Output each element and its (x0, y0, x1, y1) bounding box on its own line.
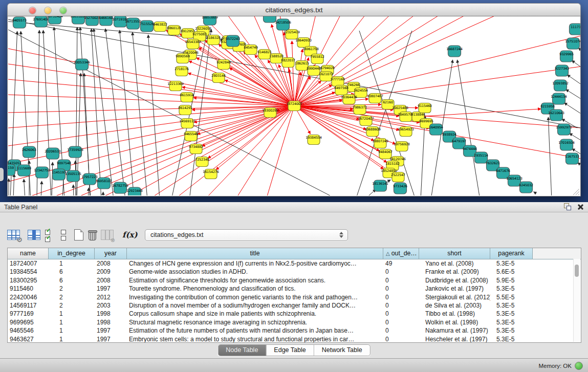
table-row[interactable]: 1938455462009Genome-wide association stu… (8, 268, 581, 276)
table-cell: Investigating the contribution of common… (127, 293, 383, 301)
table-cell: 2008 (95, 276, 127, 285)
network-node-label: 2522547 (391, 173, 405, 177)
table-cell: 1 (49, 318, 95, 326)
scrollbar-thumb[interactable] (575, 265, 579, 277)
network-graph[interactable]: 9463822886012889129532322605892750831654… (8, 16, 580, 195)
table-row[interactable]: 946362711997Embryonic stem cells: a mode… (8, 335, 581, 343)
table-cell: Structural magnetic resonance image aver… (127, 318, 383, 326)
network-node-label: 14569117 (179, 119, 195, 123)
vertical-scrollbar[interactable] (573, 259, 580, 342)
network-node-label: 16720407 (358, 117, 374, 121)
function-builder-icon[interactable]: f(x) (122, 230, 138, 239)
network-node-label: 8813054 (263, 16, 277, 17)
table-settings-icon[interactable]: ⚙ (7, 230, 20, 240)
network-node-label: 8454749 (244, 46, 258, 50)
table-cell: 0 (383, 335, 419, 343)
column-header[interactable]: short (419, 248, 490, 259)
network-edge (572, 60, 580, 72)
column-header[interactable]: name (8, 248, 49, 259)
network-edge (8, 95, 294, 106)
column-header[interactable]: in_degree (49, 248, 95, 259)
table-cell: 5.3E-5 (490, 285, 533, 293)
network-node-label: 15751074 (565, 39, 580, 43)
network-node-label: 9484067 (378, 150, 393, 154)
network-canvas[interactable]: 9463822886012889129532322605892750831654… (7, 16, 581, 196)
column-header[interactable]: △out_de… (383, 248, 419, 259)
table-cell: 9463627 (8, 335, 49, 343)
network-node-label: 6466160 (99, 16, 113, 20)
network-node-label: 9405573 (12, 18, 27, 23)
table-row[interactable]: 911546021997Tourette syndrome. Phenomeno… (8, 285, 581, 293)
close-panel-icon[interactable] (577, 204, 584, 210)
resize-grip[interactable] (578, 194, 579, 195)
network-node-label: 16154276 (203, 170, 219, 174)
table-cell: Hescheler et al. (1997) (419, 335, 490, 343)
tab-edge-table[interactable]: Edge Table (266, 345, 314, 356)
collapse-panel-handle[interactable] (0, 168, 4, 181)
network-node-label: 10688609 (364, 127, 381, 132)
column-header[interactable]: title (127, 248, 383, 259)
create-table-icon[interactable] (74, 229, 83, 240)
table-header-row: namein_degreeyeartitle△out_de…shortpager… (8, 248, 581, 259)
network-edge (8, 106, 294, 146)
table-cell: 18300295 (8, 276, 49, 285)
network-node-label: 9115460 (418, 104, 432, 108)
table-cell: 0 (383, 301, 419, 310)
network-edge (94, 29, 114, 195)
table-cell: 5.3E-5 (490, 259, 533, 268)
tab-node-table[interactable]: Node Table (218, 345, 266, 356)
network-node-label: 9615914 (180, 93, 194, 97)
network-node-label: 2803144 (211, 74, 226, 78)
network-node-label: 20206533 (45, 149, 61, 154)
network-node-label: 15992971 (556, 125, 572, 129)
table-row[interactable]: 946554611997Estimation of the future num… (8, 326, 581, 335)
network-node-label: 9242848 (216, 60, 231, 64)
table-cell: 5.3E-5 (490, 310, 533, 318)
network-edge (73, 185, 74, 195)
table-cell: Yano et al. (2008) (419, 259, 490, 268)
table-row[interactable]: 969969511998Structural magnetic resonanc… (8, 318, 581, 326)
network-node-label: 18807249 (372, 139, 388, 143)
table-cell: Corpus callosum shape and size in male p… (127, 310, 383, 318)
table-cell: 14569117 (8, 301, 49, 310)
network-node-label: 1115689 (17, 166, 31, 170)
network-node[interactable] (264, 16, 276, 23)
delete-rows-icon[interactable] (88, 230, 96, 240)
table-row[interactable]: 977716911998Corpus callosum shape and si… (8, 310, 581, 318)
network-node-label: 14218506 (275, 20, 291, 25)
network-node-label: 17957223 (81, 175, 98, 179)
float-panel-icon[interactable] (564, 203, 571, 210)
network-node-label: 16958107 (96, 179, 112, 183)
resize-grip[interactable] (573, 189, 579, 195)
header-filler (533, 248, 581, 259)
network-node-label: 17359928 (67, 148, 83, 152)
table-row[interactable]: 1456911722003Disruption of a novel membe… (8, 301, 581, 310)
table-cell: 0 (383, 285, 419, 293)
network-edge (13, 174, 14, 195)
tab-network-table[interactable]: Network Table (314, 345, 370, 356)
network-node-label: 9699695 (419, 119, 433, 123)
network-edge (534, 192, 536, 193)
network-node-label: 8572243 (226, 37, 240, 41)
table-row[interactable]: 1830029562008Estimation of significance … (8, 276, 581, 285)
network-node-label: 7632621 (486, 161, 500, 165)
column-header[interactable]: pagerank (490, 248, 533, 259)
table-panel-body: ⚙ f(x) citations_edges.txt namein_degree… (0, 212, 588, 358)
network-node-label: 62160 (383, 100, 393, 104)
network-node-label: 9245032 (519, 183, 533, 187)
network-edge (197, 106, 294, 134)
gear-icon: ⚙ (16, 236, 23, 243)
network-node-label: 16687244 (446, 47, 463, 51)
window-titlebar[interactable]: citations_edges.txt (7, 3, 581, 16)
select-rows-icon[interactable] (45, 229, 53, 240)
table-row[interactable]: 1872400712008Changes of HCN gene express… (8, 259, 581, 268)
show-columns-icon[interactable] (28, 230, 40, 240)
network-node-label: 8215958 (540, 104, 555, 108)
table-select-dropdown[interactable]: citations_edges.txt (145, 229, 348, 241)
table-row[interactable]: 2242004622012Investigating the contribut… (8, 293, 581, 301)
network-edge (578, 163, 580, 173)
network-edge (123, 106, 294, 195)
network-node-label: 9474444 (463, 147, 477, 151)
column-header[interactable]: year (95, 248, 127, 259)
row-height-icon[interactable] (61, 230, 66, 240)
